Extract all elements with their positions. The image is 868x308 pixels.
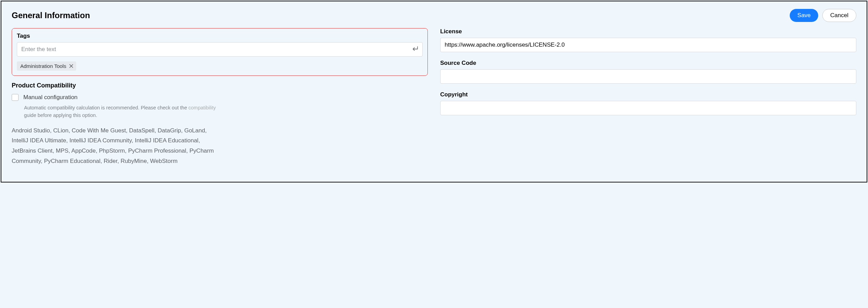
content-columns: Tags Administration Tools — [12, 28, 856, 166]
close-icon — [69, 64, 73, 68]
compat-title: Product Compatibility — [12, 82, 428, 89]
left-column: Tags Administration Tools — [12, 28, 428, 166]
license-label: License — [440, 28, 856, 35]
compatibility-link[interactable]: compatibility — [189, 105, 216, 110]
copyright-label: Copyright — [440, 91, 856, 98]
tag-remove-button[interactable] — [69, 64, 73, 68]
manual-config-row: Manual configuration — [12, 94, 428, 101]
tags-label: Tags — [17, 33, 423, 39]
tag-chip: Administration Tools — [17, 61, 76, 71]
compat-help-text: Automatic compatibility calculation is r… — [24, 104, 216, 119]
tag-chip-label: Administration Tools — [20, 63, 66, 69]
tags-input[interactable] — [17, 42, 423, 57]
product-list: Android Studio, CLion, Code With Me Gues… — [12, 126, 225, 166]
compat-section: Product Compatibility Manual configurati… — [12, 82, 428, 166]
tags-input-wrap — [17, 42, 423, 57]
right-column: License Source Code Copyright — [440, 28, 856, 166]
license-input[interactable] — [440, 38, 856, 52]
page-title: General Information — [12, 11, 90, 20]
cancel-button[interactable]: Cancel — [822, 9, 856, 22]
header: General Information Save Cancel — [12, 9, 856, 22]
manual-config-label: Manual configuration — [23, 94, 78, 101]
general-info-panel: General Information Save Cancel Tags — [1, 1, 867, 182]
save-button[interactable]: Save — [790, 9, 818, 22]
tags-section: Tags Administration Tools — [12, 28, 428, 76]
copyright-field: Copyright — [440, 91, 856, 115]
action-buttons: Save Cancel — [790, 9, 856, 22]
source-field: Source Code — [440, 60, 856, 84]
help-suffix: guide before applying this option. — [24, 112, 97, 118]
help-prefix: Automatic compatibility calculation is r… — [24, 105, 189, 110]
manual-config-checkbox[interactable] — [12, 94, 19, 101]
source-label: Source Code — [440, 60, 856, 67]
license-field: License — [440, 28, 856, 52]
copyright-input[interactable] — [440, 101, 856, 115]
source-input[interactable] — [440, 69, 856, 84]
